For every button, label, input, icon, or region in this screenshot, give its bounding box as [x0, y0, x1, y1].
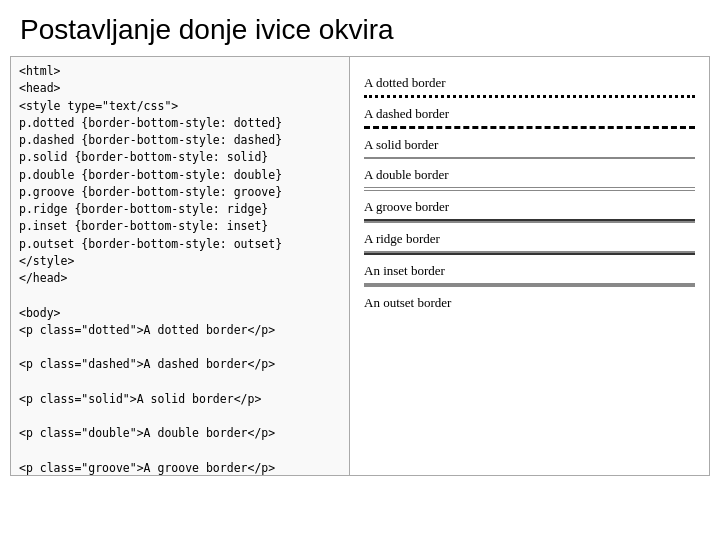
preview-panel: A dotted borderA dashed borderA solid bo…: [350, 56, 710, 476]
preview-item: An inset border: [364, 255, 695, 287]
page-title: Postavljanje donje ivice okvira: [0, 0, 720, 56]
preview-item: A solid border: [364, 129, 695, 159]
preview-item: A ridge border: [364, 223, 695, 255]
preview-item: A groove border: [364, 191, 695, 223]
preview-item: A double border: [364, 159, 695, 191]
code-editor[interactable]: <html> <head> <style type="text/css"> p.…: [10, 56, 350, 476]
code-text: <html> <head> <style type="text/css"> p.…: [19, 63, 341, 476]
preview-item: A dotted border: [364, 67, 695, 98]
preview-item: An outset border: [364, 287, 695, 315]
main-content: <html> <head> <style type="text/css"> p.…: [10, 56, 710, 476]
preview-item: A dashed border: [364, 98, 695, 129]
